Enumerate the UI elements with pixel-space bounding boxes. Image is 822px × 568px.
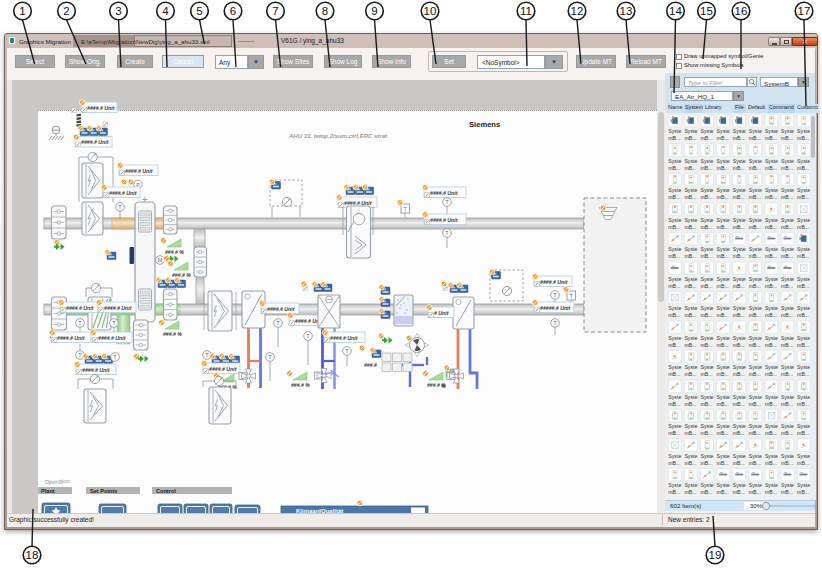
svg-text:15: 15 <box>700 5 713 17</box>
svg-text:9: 9 <box>371 5 377 17</box>
svg-text:4: 4 <box>162 5 169 17</box>
svg-text:3: 3 <box>115 5 121 17</box>
svg-text:18: 18 <box>26 549 39 561</box>
svg-text:10: 10 <box>424 5 437 17</box>
svg-text:2: 2 <box>63 5 69 17</box>
svg-text:12: 12 <box>571 5 584 17</box>
svg-text:19: 19 <box>709 549 722 561</box>
svg-text:5: 5 <box>196 5 202 17</box>
svg-text:11: 11 <box>520 5 532 17</box>
svg-text:6: 6 <box>230 5 236 17</box>
svg-text:7: 7 <box>272 5 278 17</box>
svg-text:14: 14 <box>669 5 682 17</box>
svg-text:16: 16 <box>735 5 748 17</box>
svg-text:1: 1 <box>19 5 25 17</box>
svg-text:13: 13 <box>620 5 633 17</box>
svg-text:17: 17 <box>798 5 811 17</box>
svg-text:8: 8 <box>322 5 328 17</box>
